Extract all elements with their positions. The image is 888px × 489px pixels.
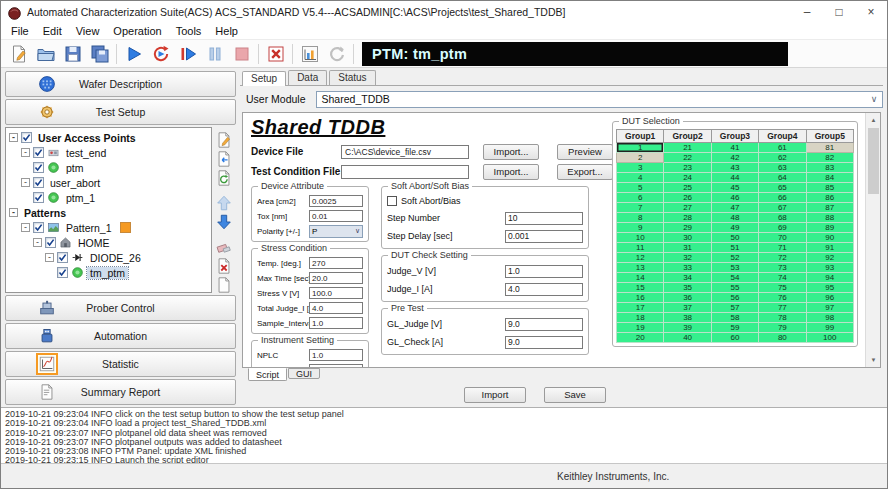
dut-cell[interactable]: 6 xyxy=(617,193,664,203)
scroll-down-icon[interactable]: ▼ xyxy=(866,353,881,367)
dut-cell[interactable]: 91 xyxy=(806,243,853,253)
toolbar-refresh-icon[interactable] xyxy=(324,41,349,66)
chevron-down-icon[interactable]: ∨ xyxy=(866,94,882,104)
dut-cell[interactable]: 45 xyxy=(711,183,758,193)
stress-v-v-input[interactable]: 100.0 xyxy=(309,287,363,299)
toolbar-abort-icon[interactable] xyxy=(263,41,288,66)
dut-cell[interactable]: 27 xyxy=(664,203,711,213)
expander-icon[interactable]: - xyxy=(45,253,54,262)
dut-cell[interactable]: 53 xyxy=(711,263,758,273)
nplc-input[interactable]: 1.0 xyxy=(309,349,363,361)
checkbox-icon[interactable] xyxy=(33,222,44,233)
judge-i-a-input[interactable]: 4.0 xyxy=(505,283,583,296)
dut-cell[interactable]: 30 xyxy=(664,233,711,243)
step-delay-sec-input[interactable]: 0.001 xyxy=(505,230,583,243)
dut-cell[interactable]: 54 xyxy=(711,273,758,283)
dut-cell[interactable]: 9 xyxy=(617,223,664,233)
dut-cell[interactable]: 62 xyxy=(759,153,806,163)
dut-cell[interactable]: 69 xyxy=(759,223,806,233)
dut-cell[interactable]: 25 xyxy=(664,183,711,193)
dut-cell[interactable]: 80 xyxy=(759,333,806,343)
maximize-button[interactable]: □ xyxy=(823,1,855,23)
sidebar-button-wafer-description[interactable]: Wafer Description xyxy=(5,71,236,97)
dut-cell[interactable]: 75 xyxy=(759,283,806,293)
dut-cell[interactable]: 88 xyxy=(806,213,853,223)
bottom-tab-gui[interactable]: GUI xyxy=(288,368,320,379)
dut-cell[interactable]: 12 xyxy=(617,253,664,263)
dut-cell[interactable]: 43 xyxy=(711,163,758,173)
scrollbar-thumb[interactable] xyxy=(868,128,879,194)
step-number-input[interactable]: 10 xyxy=(505,212,583,225)
menu-view[interactable]: View xyxy=(69,24,107,38)
dut-cell[interactable]: 61 xyxy=(759,143,806,153)
dut-cell[interactable]: 93 xyxy=(806,263,853,273)
checkbox-icon[interactable] xyxy=(387,196,397,206)
import-button[interactable]: Import... xyxy=(483,164,539,180)
checkbox-icon[interactable] xyxy=(21,132,32,143)
dut-cell[interactable]: 44 xyxy=(711,173,758,183)
expander-icon[interactable]: - xyxy=(9,208,18,217)
scroll-up-icon[interactable]: ▲ xyxy=(866,113,881,127)
gl-check-a-input[interactable]: 9.0 xyxy=(505,336,583,349)
dut-cell[interactable]: 13 xyxy=(617,263,664,273)
bottom-tab-script[interactable]: Script xyxy=(248,368,287,381)
dut-cell[interactable]: 77 xyxy=(759,303,806,313)
toolbar-statistics-icon[interactable] xyxy=(297,41,322,66)
menu-edit[interactable]: Edit xyxy=(36,24,69,38)
gl-judge-v-input[interactable]: 9.0 xyxy=(505,318,583,331)
checkbox-icon[interactable] xyxy=(33,192,44,203)
close-button[interactable]: × xyxy=(855,1,887,23)
dut-col-header[interactable]: Group5 xyxy=(806,130,853,143)
sidebar-button-statistic[interactable]: Statistic xyxy=(5,351,236,377)
toolbar-loop-run-icon[interactable] xyxy=(148,41,173,66)
toolbar-run-icon[interactable] xyxy=(121,41,146,66)
tree-node-diode-26[interactable]: -DIODE_26 xyxy=(6,250,211,265)
dut-cell[interactable]: 89 xyxy=(806,223,853,233)
sidebar-button-test-setup[interactable]: Test Setup xyxy=(5,99,236,125)
dut-cell[interactable]: 67 xyxy=(759,203,806,213)
dut-cell[interactable]: 82 xyxy=(806,153,853,163)
dut-cell[interactable]: 95 xyxy=(806,283,853,293)
save-button[interactable]: Save xyxy=(544,387,606,403)
dut-col-header[interactable]: Group3 xyxy=(711,130,758,143)
sidebar-button-prober-control[interactable]: Prober Control xyxy=(5,295,236,321)
expander-icon[interactable]: - xyxy=(21,178,30,187)
dut-cell[interactable]: 23 xyxy=(664,163,711,173)
dut-cell[interactable]: 26 xyxy=(664,193,711,203)
dut-cell[interactable]: 70 xyxy=(759,233,806,243)
dut-cell[interactable]: 96 xyxy=(806,293,853,303)
checkbox-icon[interactable] xyxy=(57,252,68,263)
tree-node-user-abort[interactable]: -user_abort xyxy=(6,175,211,190)
dut-cell[interactable]: 86 xyxy=(806,193,853,203)
dut-cell[interactable]: 14 xyxy=(617,273,664,283)
down-arrow-icon[interactable] xyxy=(215,213,233,231)
dut-cell[interactable]: 3 xyxy=(617,163,664,173)
dut-cell[interactable]: 98 xyxy=(806,313,853,323)
dut-cell[interactable]: 1 xyxy=(617,143,664,153)
dut-cell[interactable]: 34 xyxy=(664,273,711,283)
area-cm2-input[interactable]: 0.0025 xyxy=(309,195,363,207)
dut-cell[interactable]: 33 xyxy=(664,263,711,273)
expander-icon[interactable]: - xyxy=(33,238,42,247)
dut-cell[interactable]: 38 xyxy=(664,313,711,323)
toolbar-step-run-icon[interactable] xyxy=(175,41,200,66)
lorange-i-a-input[interactable]: 1e-006 xyxy=(309,364,363,368)
edit-page-icon[interactable] xyxy=(215,131,233,149)
new-page-icon[interactable] xyxy=(215,276,233,294)
dut-cell[interactable]: 52 xyxy=(711,253,758,263)
dut-cell[interactable]: 42 xyxy=(711,153,758,163)
preview-button[interactable]: Preview xyxy=(557,144,613,160)
dut-cell[interactable]: 36 xyxy=(664,293,711,303)
judge-v-v-input[interactable]: 1.0 xyxy=(505,265,583,278)
dut-cell[interactable]: 60 xyxy=(711,333,758,343)
dut-cell[interactable]: 68 xyxy=(759,213,806,223)
tree-node-home[interactable]: -HOME xyxy=(6,235,211,250)
dut-cell[interactable]: 76 xyxy=(759,293,806,303)
dut-cell[interactable]: 99 xyxy=(806,323,853,333)
tree-node-test-end[interactable]: -test_end xyxy=(6,145,211,160)
tab-setup[interactable]: Setup xyxy=(242,71,286,86)
checkbox-icon[interactable] xyxy=(33,162,44,173)
dut-col-header[interactable]: Group2 xyxy=(664,130,711,143)
polarity-select[interactable]: P∨ xyxy=(309,225,363,238)
dut-cell[interactable]: 87 xyxy=(806,203,853,213)
